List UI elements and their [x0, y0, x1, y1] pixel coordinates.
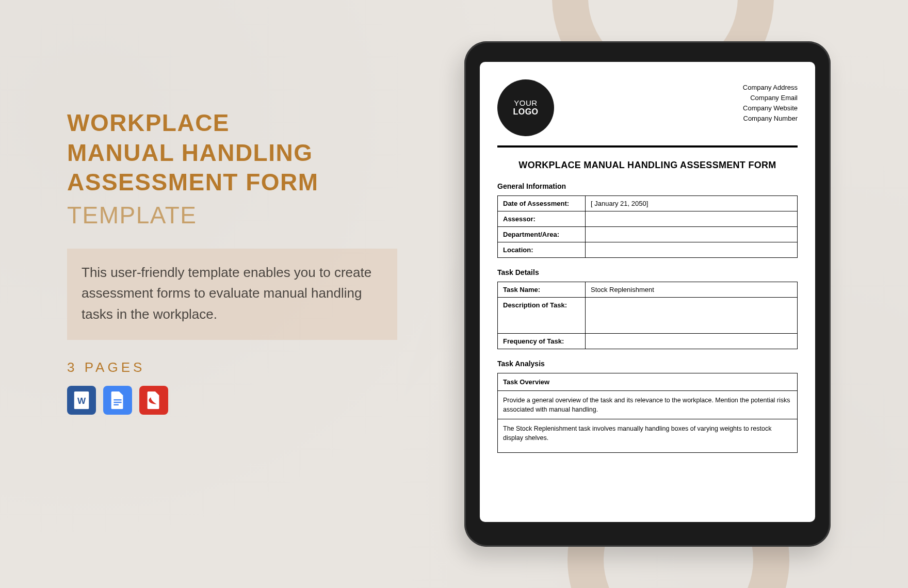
title-line-3: ASSESSMENT FORM: [67, 169, 319, 195]
title-subtext: TEMPLATE: [67, 201, 402, 231]
table-row: Frequency of Task:: [498, 334, 798, 349]
taskdesc-label: Description of Task:: [498, 298, 586, 334]
date-label: Date of Assessment:: [498, 196, 586, 211]
svg-rect-3: [113, 402, 121, 403]
description-text: This user-friendly template enables you …: [82, 262, 383, 324]
word-icon: W: [67, 386, 96, 415]
table-row: Task Name: Stock Replenishment: [498, 282, 798, 298]
table-row: Location:: [498, 242, 798, 258]
dept-label: Department/Area:: [498, 227, 586, 242]
company-info: Company Address Company Email Company We…: [743, 79, 798, 124]
format-icons-row: W: [67, 386, 402, 415]
tablet-mockup: YOUR LOGO Company Address Company Email …: [464, 41, 831, 547]
taskfreq-label: Frequency of Task:: [498, 334, 586, 349]
logo-line-2: LOGO: [513, 107, 538, 117]
overview-label: Task Overview: [498, 373, 797, 391]
taskdesc-value: [586, 298, 798, 334]
company-website: Company Website: [743, 103, 798, 113]
company-number: Company Number: [743, 113, 798, 124]
page-count-label: 3 PAGES: [67, 360, 402, 375]
general-info-table: Date of Assessment: [ January 21, 2050] …: [497, 195, 798, 258]
company-address: Company Address: [743, 83, 798, 93]
table-row: Date of Assessment: [ January 21, 2050]: [498, 196, 798, 211]
table-row: Department/Area:: [498, 227, 798, 242]
title-line-2: MANUAL HANDLING: [67, 139, 313, 166]
section-taskdetails-heading: Task Details: [497, 268, 798, 276]
document-title: WORKPLACE MANUAL HANDLING ASSESSMENT FOR…: [497, 160, 798, 171]
assessor-value: [586, 211, 798, 227]
header-rule: [497, 145, 798, 148]
assessor-label: Assessor:: [498, 211, 586, 227]
logo-placeholder: YOUR LOGO: [497, 79, 554, 136]
task-details-table: Task Name: Stock Replenishment Descripti…: [497, 282, 798, 349]
taskname-value: Stock Replenishment: [586, 282, 798, 298]
overview-value: The Stock Replenishment task involves ma…: [498, 419, 797, 452]
location-value: [586, 242, 798, 258]
location-label: Location:: [498, 242, 586, 258]
logo-line-1: YOUR: [514, 99, 537, 108]
taskfreq-value: [586, 334, 798, 349]
dept-value: [586, 227, 798, 242]
section-general-heading: General Information: [497, 182, 798, 190]
svg-rect-2: [113, 399, 121, 400]
left-column: WORKPLACE MANUAL HANDLING ASSESSMENT FOR…: [0, 0, 413, 588]
document-page: YOUR LOGO Company Address Company Email …: [480, 62, 815, 463]
google-docs-icon: [103, 386, 132, 415]
task-analysis-box: Task Overview Provide a general overview…: [497, 373, 798, 453]
svg-rect-4: [113, 404, 119, 405]
overview-prompt: Provide a general overview of the task a…: [498, 391, 797, 419]
table-row: Assessor:: [498, 211, 798, 227]
description-box: This user-friendly template enables you …: [67, 249, 397, 340]
pdf-icon: [139, 386, 168, 415]
title-line-1: WORKPLACE: [67, 109, 230, 136]
taskname-label: Task Name:: [498, 282, 586, 298]
section-taskanalysis-heading: Task Analysis: [497, 360, 798, 368]
svg-text:W: W: [77, 396, 86, 406]
company-email: Company Email: [743, 93, 798, 103]
page-title: WORKPLACE MANUAL HANDLING ASSESSMENT FOR…: [67, 108, 402, 230]
table-row: Description of Task:: [498, 298, 798, 334]
date-value: [ January 21, 2050]: [586, 196, 798, 211]
